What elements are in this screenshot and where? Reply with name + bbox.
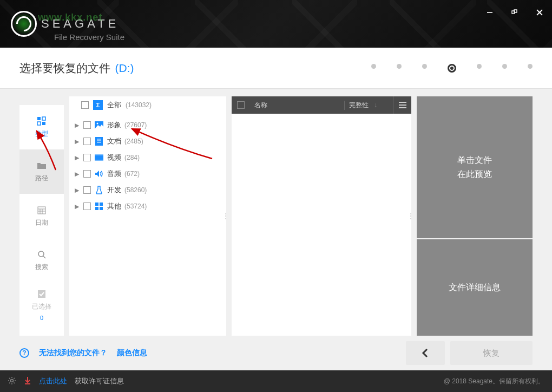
checkbox[interactable] (83, 121, 91, 129)
file-details-area: 文件详细信息 (417, 239, 533, 336)
expand-icon[interactable]: ▶ (75, 171, 80, 178)
status-bar: 点击此处 获取许可证信息 @ 2018 Seagate。保留所有权利。 (0, 370, 552, 392)
calendar-icon (37, 205, 47, 215)
audio-icon (94, 169, 104, 179)
tree-count: (58260) (124, 186, 147, 194)
sidebar-type[interactable]: 类型 (19, 105, 64, 149)
svg-rect-8 (42, 122, 45, 125)
tree-item-other[interactable]: ▶ 其他 (53724) (69, 198, 226, 214)
tree-item-audio[interactable]: ▶ 音频 (672) (69, 166, 226, 182)
tree-item-dev[interactable]: ▶ 开发 (58260) (69, 182, 226, 198)
expand-icon[interactable]: ▶ (75, 138, 80, 145)
step-dot[interactable] (422, 64, 427, 69)
step-dot-active[interactable] (448, 64, 456, 73)
tree-all-row[interactable]: Σ 全部 (143032) (69, 96, 226, 114)
sidebar-label: 日期 (35, 218, 48, 227)
checkbox[interactable] (83, 202, 91, 210)
tree-count: (143032) (126, 101, 152, 109)
select-all-checkbox[interactable] (237, 101, 245, 109)
image-icon (94, 120, 104, 130)
details-label: 文件详细信息 (449, 282, 501, 293)
svg-point-18 (97, 123, 98, 125)
tree-label: 形象 (107, 120, 121, 130)
check-icon (37, 289, 47, 299)
sidebar-date[interactable]: 日期 (19, 194, 64, 238)
view-sidebar: 类型 路径 日期 搜索 已选择 0 (19, 105, 64, 336)
svg-rect-25 (95, 160, 103, 161)
step-dot[interactable] (528, 64, 533, 69)
tree-count: (284) (124, 154, 140, 161)
svg-rect-16 (38, 290, 45, 298)
svg-rect-27 (100, 202, 103, 206)
step-dot[interactable] (371, 64, 376, 69)
drive-label: (D:) (115, 62, 134, 74)
tree-item-video[interactable]: ▶ 视频 (284) (69, 149, 226, 166)
tree-label: 全部 (107, 100, 121, 110)
svg-rect-29 (100, 207, 103, 210)
svg-rect-19 (95, 137, 103, 146)
help-icon: ? (19, 348, 29, 358)
checkbox[interactable] (83, 138, 91, 145)
list-header: 名称 完整性 ↓ (232, 96, 411, 114)
tree-label: 开发 (107, 185, 121, 195)
sidebar-search[interactable]: 搜索 (19, 238, 64, 283)
color-info-link[interactable]: 颜色信息 (117, 348, 147, 358)
tree-item-document[interactable]: ▶ 文档 (2485) (69, 133, 226, 149)
preview-hint-1: 单击文件 (457, 153, 492, 167)
back-button[interactable] (406, 341, 445, 365)
download-icon[interactable] (24, 376, 31, 387)
view-toggle-button[interactable] (393, 96, 411, 114)
sidebar-label: 搜索 (35, 263, 48, 272)
video-icon (94, 153, 104, 162)
close-button[interactable] (527, 0, 552, 25)
wizard-steps (371, 64, 533, 73)
column-integrity[interactable]: 完整性 ↓ (344, 101, 393, 110)
svg-rect-9 (38, 207, 45, 214)
minimize-button[interactable] (477, 0, 502, 25)
expand-icon[interactable]: ▶ (75, 187, 80, 194)
svg-rect-5 (37, 117, 41, 120)
step-dot[interactable] (502, 64, 507, 69)
help-link[interactable]: 无法找到您的文件？ (39, 348, 107, 358)
tree-count: (672) (124, 170, 140, 178)
preview-panel: 单击文件 在此预览 文件详细信息 (417, 96, 533, 336)
checkbox[interactable] (83, 170, 91, 178)
svg-rect-26 (95, 202, 98, 206)
svg-point-33 (11, 379, 14, 382)
step-dot[interactable] (397, 64, 402, 69)
checkbox[interactable] (83, 154, 91, 161)
expand-icon[interactable]: ▶ (75, 203, 80, 210)
svg-rect-28 (95, 207, 98, 210)
tree-label: 文档 (107, 136, 121, 146)
action-bar: ? 无法找到您的文件？ 颜色信息 恢复 (0, 336, 552, 370)
license-link[interactable]: 点击此处 (39, 376, 67, 386)
tree-item-image[interactable]: ▶ 形象 (27607) (69, 117, 226, 133)
expand-icon[interactable]: ▶ (75, 154, 80, 161)
search-icon (37, 250, 47, 259)
category-tree: Σ 全部 (143032) ▶ 形象 (27607) ▶ 文档 (2485) ▶ (69, 96, 226, 336)
expand-icon[interactable]: ▶ (75, 122, 80, 129)
preview-hint-2: 在此预览 (457, 167, 492, 181)
other-icon (94, 201, 104, 211)
sidebar-selected[interactable]: 已选择 0 (19, 283, 64, 327)
settings-icon[interactable] (8, 376, 16, 387)
page-header: 选择要恢复的文件 (D:) (0, 48, 552, 89)
maximize-button[interactable] (502, 0, 527, 25)
resize-handle[interactable]: ⋮ (222, 212, 228, 220)
file-list-panel: 名称 完整性 ↓ ⋮ (232, 96, 411, 336)
sidebar-path[interactable]: 路径 (19, 149, 64, 194)
title-bar: SEAGATE www.kkx.net File Recovery Suite (0, 0, 552, 48)
recover-button[interactable]: 恢复 (450, 341, 533, 365)
step-dot[interactable] (477, 64, 482, 69)
checkbox[interactable] (81, 101, 89, 109)
checkbox[interactable] (83, 186, 91, 194)
copyright: @ 2018 Seagate。保留所有权利。 (444, 377, 544, 386)
page-title: 选择要恢复的文件 (19, 62, 110, 74)
flask-icon (94, 185, 104, 195)
tree-count: (53724) (124, 202, 147, 210)
column-name[interactable]: 名称 (250, 101, 344, 110)
resize-handle[interactable]: ⋮ (407, 212, 413, 220)
grid-icon (37, 116, 47, 126)
svg-rect-7 (37, 122, 41, 125)
license-text: 获取许可证信息 (75, 376, 124, 386)
